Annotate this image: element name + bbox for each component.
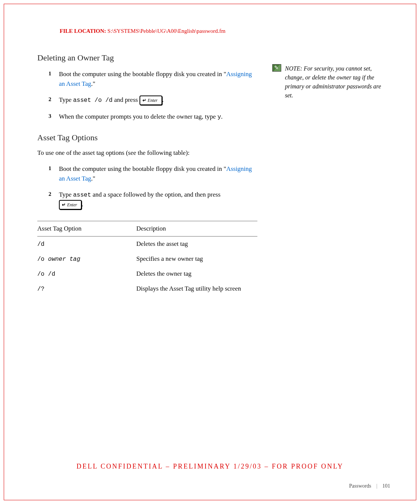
footer-page-number: 101 [382, 483, 390, 489]
confidential-banner: DELL CONFIDENTIAL – PRELIMINARY 1/29/03 … [0, 463, 420, 470]
footer-section: Passwords [349, 483, 371, 489]
page-footer: Passwords | 101 [349, 483, 390, 489]
page-border [4, 4, 416, 500]
footer-divider: | [376, 483, 377, 489]
note-pencil-icon [272, 64, 281, 72]
